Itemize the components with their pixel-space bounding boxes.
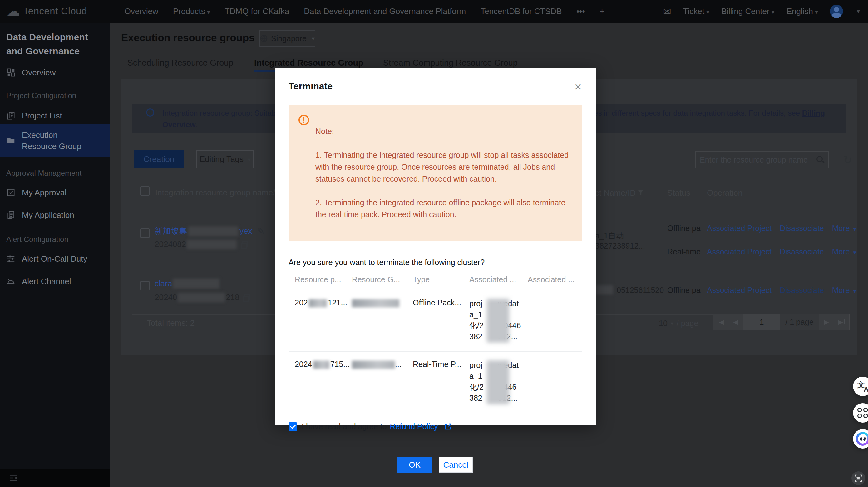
edit-icon[interactable]: ✎ <box>257 226 265 237</box>
info-icon: i <box>146 109 154 117</box>
translate-button[interactable]: 文A <box>853 377 868 396</box>
sidebar-item-alert-on-call-duty[interactable]: Alert On-Call Duty <box>0 250 110 267</box>
col-resource-pack: Resource p... <box>295 275 352 284</box>
disassociate-link[interactable]: Disassociate <box>780 286 824 295</box>
refresh-icon[interactable]: ↻ <box>840 151 856 168</box>
refund-policy-link[interactable]: Refund Policy <box>390 422 438 431</box>
sidebar-item-project-list[interactable]: Project List <box>0 107 110 124</box>
subrow-divider <box>637 237 842 238</box>
search-input[interactable] <box>696 155 816 165</box>
editing-tags-button[interactable]: Editing Tags ▾ <box>196 150 254 168</box>
resource-group-link[interactable]: 新加坡集yex ✎ <box>155 226 265 237</box>
alarm-icon <box>6 277 16 286</box>
chevron-down-icon: ▾ <box>772 8 775 15</box>
list-icon <box>6 111 16 120</box>
redacted-blur <box>352 361 395 369</box>
sidebar-item-my-approval[interactable]: My Approval <box>0 184 110 201</box>
next-page-button[interactable]: ▶ <box>819 314 834 330</box>
row-checkbox[interactable] <box>140 281 150 290</box>
chevron-down-icon[interactable]: ▾ <box>857 7 860 15</box>
sidebar-item-overview[interactable]: Overview <box>0 64 110 81</box>
grid-icon <box>6 68 16 77</box>
nav-products[interactable]: Products▾ <box>173 6 210 16</box>
sidebar-item-label: Overview <box>22 68 56 78</box>
status-badge: Offline pac <box>667 286 701 295</box>
scan-button[interactable] <box>851 471 865 485</box>
nav-data-dev-platform[interactable]: Data Development and Governance Platform <box>304 6 466 16</box>
redacted-blur <box>309 299 327 307</box>
operation-column-divider <box>702 183 702 315</box>
sidebar-item-execution-resource-group[interactable]: Execution Resource Group <box>0 124 110 157</box>
close-icon[interactable]: ✕ <box>574 82 582 92</box>
nav-add-tab-icon[interactable]: + <box>600 6 604 16</box>
page-count: / 1 page <box>780 314 819 330</box>
chevron-down-icon: ▼ <box>852 226 857 232</box>
redacted-blur <box>188 226 238 236</box>
billing-overview-link[interactable]: Overview <box>162 120 196 129</box>
robot-icon <box>856 432 868 446</box>
cancel-button[interactable]: Cancel <box>439 457 473 473</box>
confirm-question: Are you sure you want to terminate the f… <box>288 258 582 267</box>
col-resource-group: Resource G... <box>352 275 413 284</box>
sidebar-title: Data Development and Governance <box>0 23 110 58</box>
banner-text-left: Integration resource group: Suitable <box>162 109 282 117</box>
chevron-down-icon: ▾ <box>248 156 251 163</box>
project-id-fragment: 3827238912... <box>595 241 645 250</box>
search-icon[interactable] <box>816 155 825 164</box>
billing-overview-link[interactable]: Billing <box>802 109 825 117</box>
agree-row: I have read and agree to Refund Policy <box>288 422 582 431</box>
resource-group-link[interactable]: clara <box>155 279 220 288</box>
sidebar-item-label: My Application <box>22 210 74 220</box>
nav-tencentdb-ctsdb[interactable]: TencentDB for CTSDB <box>480 6 562 16</box>
copy-icon[interactable] <box>243 294 250 301</box>
more-menu[interactable]: More ▼ <box>832 286 857 295</box>
assistant-button[interactable] <box>853 429 868 449</box>
nav-tdmq[interactable]: TDMQ for CKafka <box>225 6 289 16</box>
last-page-button[interactable]: ▶ <box>834 314 849 330</box>
row-checkbox[interactable] <box>140 229 150 238</box>
tab-scheduling-resource-group[interactable]: Scheduling Resource Group <box>127 58 233 68</box>
prev-page-button[interactable]: ◀ <box>728 314 743 330</box>
page-size-selector[interactable]: 10▾/ page <box>659 319 698 328</box>
agree-checkbox[interactable] <box>288 422 297 431</box>
apps-button[interactable] <box>853 403 868 423</box>
sidebar-item-alert-channel[interactable]: Alert Channel <box>0 273 110 290</box>
redacted-blur <box>173 279 219 288</box>
associated-project-link[interactable]: Associated Project <box>707 224 772 233</box>
row-operations: Associated Project Disassociate More ▼ <box>707 286 857 295</box>
collapse-sidebar-icon[interactable] <box>8 472 19 483</box>
nav-more-icon[interactable]: ••• <box>577 6 585 16</box>
more-menu[interactable]: More ▼ <box>832 224 857 233</box>
associated-project-link[interactable]: Associated Project <box>707 286 772 295</box>
language-menu[interactable]: English▾ <box>786 6 818 16</box>
tab-integrated-resource-group[interactable]: Integrated Resource Group <box>254 58 364 68</box>
creation-button[interactable]: Creation <box>134 150 184 168</box>
region-selector[interactable]: Singapore ▾ <box>259 30 315 47</box>
external-link-icon[interactable] <box>444 423 452 430</box>
disassociate-link[interactable]: Disassociate <box>780 247 824 256</box>
filter-icon[interactable] <box>638 190 644 195</box>
agree-label: I have read and agree to <box>302 422 386 431</box>
select-all-checkbox[interactable] <box>140 186 150 196</box>
billing-center-menu[interactable]: Billing Center▾ <box>721 6 775 16</box>
sidebar-item-my-application[interactable]: My Application <box>0 206 110 224</box>
sidebar-item-label: Alert On-Call Duty <box>22 254 87 264</box>
warning-icon: ! <box>299 115 309 125</box>
tencent-cloud-logo[interactable]: ☁ Tencent Cloud <box>7 5 87 18</box>
ok-button[interactable]: OK <box>398 457 432 473</box>
tab-stream-computing-resource-group[interactable]: Stream Computing Resource Group <box>383 58 518 68</box>
mail-icon[interactable]: ✉ <box>663 6 671 17</box>
disassociate-link[interactable]: Disassociate <box>780 224 824 233</box>
current-page[interactable]: 1 <box>743 314 780 330</box>
ticket-menu[interactable]: Ticket▾ <box>683 6 709 16</box>
redacted-blur <box>352 299 399 307</box>
nav-overview[interactable]: Overview <box>125 6 158 16</box>
copy-icon[interactable] <box>241 241 248 248</box>
avatar[interactable] <box>830 5 843 18</box>
first-page-button[interactable]: ◀ <box>713 314 728 330</box>
check-square-icon <box>6 188 16 197</box>
column-header-project-name-id: ct Name/ID <box>595 188 636 198</box>
more-menu[interactable]: More ▼ <box>832 247 857 256</box>
column-header-name-id: Integration resource group name/ID <box>155 188 283 198</box>
associated-project-link[interactable]: Associated Project <box>707 247 772 256</box>
